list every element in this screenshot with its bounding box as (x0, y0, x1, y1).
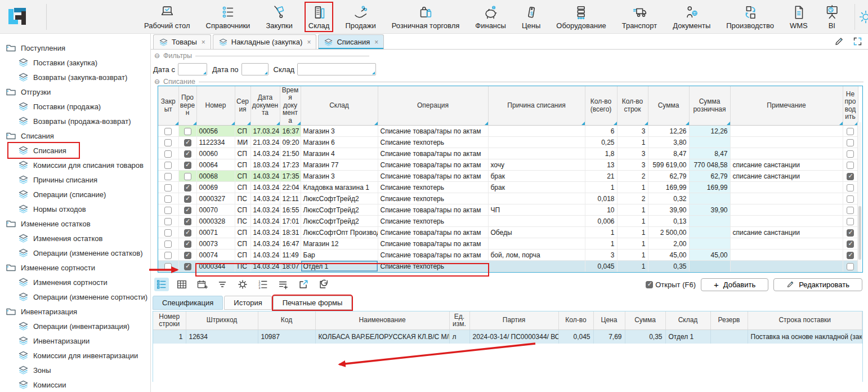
sidebar-item-8[interactable]: Комиссии для списания товаров (0, 158, 150, 172)
toolbar-item-bi[interactable]: BI (821, 3, 843, 31)
open-checkbox-box[interactable] (646, 281, 653, 288)
no-post-checkbox[interactable] (847, 195, 854, 203)
no-post-checkbox[interactable] (847, 229, 854, 237)
grid-column-header[interactable]: Серия (235, 86, 250, 126)
toolbar-item-prices[interactable]: Цены (519, 3, 543, 31)
collapse-icon[interactable]: ⊖ (154, 78, 160, 86)
checked-checkbox[interactable] (184, 207, 191, 214)
warehouse-filter-input[interactable] (297, 63, 376, 75)
spec-column-header[interactable]: Номер строки (153, 311, 186, 329)
grid-row[interactable]: 00069СП14.03.2422:04Кладовка магазина 1С… (158, 182, 858, 193)
toolbar-item-purchases[interactable]: Закупки (263, 3, 295, 31)
spec-row[interactable]: 11263410987КОЛБАСА ВАР.БЕЛОРУССКАЯ КЛ.В/… (153, 329, 862, 344)
sidebar-item-11[interactable]: Нормы отходов (0, 202, 150, 216)
scrollbar-thumb[interactable] (858, 206, 861, 260)
no-post-checkbox[interactable] (847, 173, 854, 180)
sidebar-item-16[interactable]: Изменения сортности (0, 275, 150, 289)
closed-checkbox[interactable] (164, 173, 172, 180)
no-post-checkbox[interactable] (847, 139, 854, 146)
closed-checkbox[interactable] (164, 252, 172, 259)
no-post-checkbox[interactable] (847, 150, 854, 158)
grid-column-header[interactable]: Дата документа (250, 86, 280, 126)
settings-gear-button[interactable] (235, 278, 250, 291)
no-post-checkbox[interactable] (847, 263, 854, 270)
spec-column-header[interactable]: Строка поставки (748, 311, 862, 329)
sidebar-item-23[interactable]: Комиссии (0, 377, 150, 392)
grid-column-header[interactable]: Время документа (280, 86, 301, 126)
closed-checkbox[interactable] (164, 207, 172, 214)
checked-checkbox[interactable] (184, 218, 191, 225)
filter-button[interactable] (215, 278, 230, 291)
spec-column-header[interactable]: Сумма (625, 311, 665, 329)
settings-sun-icon[interactable] (858, 10, 868, 24)
open-external-button[interactable] (296, 278, 311, 291)
grid-row[interactable]: 00071СП14.03.2418:31ЛюксСофтОпт Производ… (158, 227, 858, 238)
grid-column-header[interactable]: Кол-во (всего) (585, 86, 617, 126)
grid-column-header[interactable]: Причина списания (488, 86, 585, 126)
sidebar-item-19[interactable]: Операции (инвентаризация) (0, 319, 150, 333)
no-post-checkbox[interactable] (847, 184, 854, 191)
collapse-icon[interactable]: ⊖ (154, 52, 160, 60)
toolbar-item-transport[interactable]: Транспорт (619, 3, 660, 31)
vertical-scrollbar[interactable] (857, 122, 862, 271)
grid-row[interactable]: 1122334МИ21.03.2409:20Магазин 6Списание … (158, 137, 858, 148)
grid-row[interactable]: 0000327ПС14.03.2412:11ЛюксСофтТрейд2Спис… (158, 193, 858, 204)
spec-column-header[interactable]: Резерв (710, 311, 748, 329)
grid-column-header[interactable]: Склад (301, 86, 378, 126)
no-post-checkbox[interactable] (847, 252, 854, 259)
sidebar-item-4[interactable]: Поставки (продажа) (0, 99, 150, 114)
spec-column-header[interactable]: Склад (665, 311, 710, 329)
checked-checkbox[interactable] (184, 240, 191, 248)
sidebar-item-7[interactable]: Списания (8, 143, 79, 158)
closed-checkbox[interactable] (164, 184, 172, 191)
grid-row[interactable]: 0000328ПС14.03.2417:01ЛюксСофтТрейд2Спис… (158, 216, 858, 227)
toolbar-item-desktop[interactable]: Рабочий стол (141, 3, 193, 31)
no-post-checkbox[interactable] (847, 162, 854, 169)
document-tab-1[interactable]: Накладные (закупка)× (213, 34, 317, 49)
checked-checkbox[interactable] (184, 139, 191, 146)
sidebar-folder-18[interactable]: Инвентаризация (0, 304, 150, 319)
toolbar-item-equipment[interactable]: Оборудование (553, 3, 609, 31)
sidebar-item-13[interactable]: Изменения остатков (0, 231, 150, 246)
grid-column-header[interactable]: Сумма розничная (689, 86, 730, 126)
grid-row[interactable]: 00073СП14.03.2416:47Магазин 12Списание т… (158, 238, 858, 250)
grid-column-header[interactable]: Не проводить (843, 86, 858, 126)
grid-column-header[interactable]: Номер (196, 86, 235, 126)
grid-row[interactable]: 00056СП17.03.2416:37Магазин 3Списание то… (158, 126, 858, 137)
toolbar-item-warehouse[interactable]: Склад (306, 3, 333, 31)
detail-tab-1[interactable]: История (224, 296, 271, 310)
detail-tab-0[interactable]: Спецификация (153, 296, 223, 310)
spec-column-header[interactable]: Партия (469, 311, 558, 329)
close-tab-icon[interactable]: × (307, 38, 311, 46)
no-post-checkbox[interactable] (847, 207, 854, 214)
spec-column-header[interactable]: Штрихкод (186, 311, 258, 329)
checked-checkbox[interactable] (184, 252, 191, 259)
checked-checkbox[interactable] (184, 173, 191, 180)
sidebar-folder-0[interactable]: Поступления (0, 41, 150, 55)
add-button[interactable]: + Добавить (701, 278, 768, 291)
close-tab-icon[interactable]: × (374, 38, 378, 46)
closed-checkbox[interactable] (164, 128, 172, 135)
checked-checkbox[interactable] (184, 128, 191, 135)
refresh-button[interactable] (316, 278, 331, 291)
sidebar-item-2[interactable]: Возвраты (закупка-возврат) (0, 70, 150, 84)
grid-column-header[interactable]: Кол-во строк (617, 86, 648, 126)
closed-checkbox[interactable] (164, 263, 172, 270)
spec-column-header[interactable]: Код (258, 311, 315, 329)
sidebar-item-10[interactable]: Операции (списание) (0, 187, 150, 202)
sidebar-item-9[interactable]: Причины списания (0, 172, 150, 187)
grid-row[interactable]: 00074СП14.03.2411:49БарСписание товара/т… (158, 250, 858, 261)
sidebar-folder-6[interactable]: Списания (0, 128, 150, 143)
grid-column-header[interactable]: Операция (378, 86, 488, 126)
closed-checkbox[interactable] (164, 150, 172, 158)
grid-row[interactable]: 00064СП18.03.2417:23Магазин 77Списание т… (158, 159, 858, 171)
document-tab-2[interactable]: Списания× (318, 34, 384, 49)
toolbar-item-sales[interactable]: Продажи (342, 3, 378, 31)
sidebar-item-14[interactable]: Операции (изменение остатков) (0, 246, 150, 260)
toolbar-item-retail[interactable]: Розничная торговля (389, 3, 463, 31)
calendar-view-button[interactable] (195, 278, 209, 291)
toolbar-item-documents[interactable]: Документы (670, 3, 713, 31)
toolbar-item-finance[interactable]: Финансы (472, 3, 509, 31)
detail-tab-2[interactable]: Печатные формы (273, 296, 352, 310)
checked-checkbox[interactable] (184, 195, 191, 203)
